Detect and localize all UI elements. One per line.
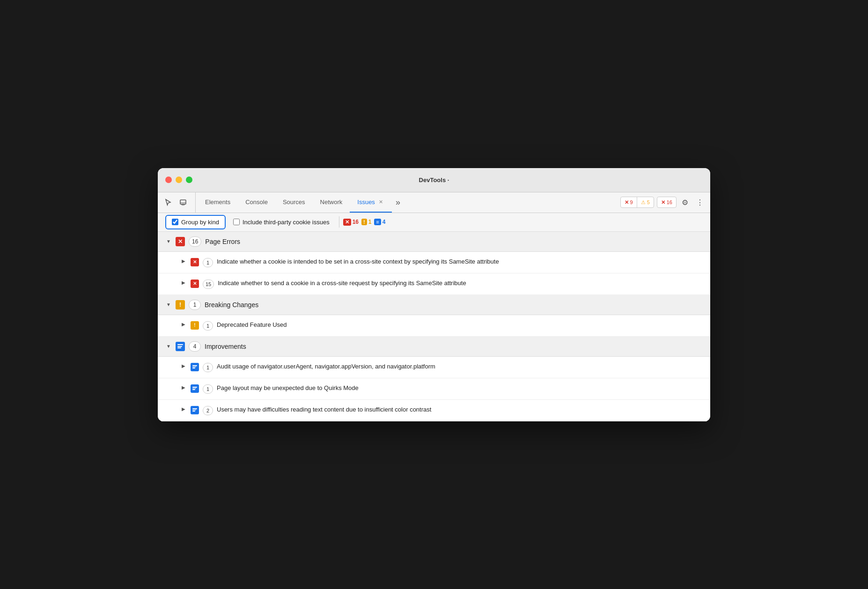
issues-list: ▼✕16Page Errors▶✕1Indicate whether a coo…: [158, 232, 710, 421]
tab-elements[interactable]: Elements: [198, 192, 238, 213]
issue-issue-1[interactable]: ▶✕1Indicate whether a cookie is intended…: [158, 252, 710, 273]
issue-2-chevron: ▶: [180, 279, 187, 285]
issue-issue-5[interactable]: ▶1Page layout may be unexpected due to Q…: [158, 378, 710, 400]
issue-issue-3[interactable]: ▶!1Deprecated Feature Used: [158, 315, 710, 337]
issue-4-icon: [191, 363, 199, 371]
category-improvements[interactable]: ▼4Improvements: [158, 337, 710, 357]
settings-button[interactable]: ⚙: [678, 196, 691, 209]
error-x-icon: ✕: [625, 199, 629, 206]
breaking-changes-icon: !: [176, 300, 185, 309]
issue-5-chevron: ▶: [180, 384, 187, 390]
issue-1-count: 1: [203, 258, 213, 267]
issue-6-chevron: ▶: [180, 405, 187, 412]
tab-actions: ✕ 9 ⚠ 5 ✕ 16 ⚙ ⋮: [620, 192, 707, 213]
devtools-window: DevTools · Elements Console: [158, 168, 710, 421]
maximize-button[interactable]: [186, 177, 192, 183]
page-errors-title: Page Errors: [205, 238, 240, 245]
tab-console[interactable]: Console: [238, 192, 275, 213]
close-button[interactable]: [165, 177, 172, 183]
page-errors-chevron: ▼: [165, 239, 172, 244]
improvements-icon: [176, 342, 185, 351]
issue-4-text: Audit usage of navigator.userAgent, navi…: [217, 362, 435, 371]
group-by-kind-control[interactable]: Group by kind: [165, 215, 226, 229]
error-warning-badge: ✕ 9 ⚠ 5: [620, 197, 654, 208]
tab-bar: Elements Console Sources Network Issues …: [158, 192, 710, 213]
header-error-badge: ✕ 9: [621, 197, 637, 207]
toolbar-warning-badge: ! 1: [361, 219, 371, 225]
issue-5-count: 1: [203, 384, 213, 394]
page-errors-count: 16: [189, 236, 201, 247]
improvements-title: Improvements: [205, 343, 246, 350]
third-party-checkbox[interactable]: [233, 219, 240, 225]
breaking-changes-count: 1: [189, 300, 201, 310]
issue-2-count: 15: [203, 280, 214, 289]
toolbar-info-badge: ≡ 4: [374, 219, 385, 225]
tab-tools: [162, 192, 196, 213]
third-party-label[interactable]: Include third-party cookie issues: [243, 219, 330, 226]
cursor-tool[interactable]: [162, 196, 175, 209]
tabs: Elements Console Sources Network Issues …: [198, 192, 620, 213]
issue-6-icon: [191, 406, 199, 414]
svg-rect-1: [182, 204, 184, 205]
category-page-errors[interactable]: ▼✕16Page Errors: [158, 232, 710, 252]
breaking-changes-chevron: ▼: [165, 302, 172, 307]
tab-issues-close[interactable]: ✕: [378, 199, 384, 205]
toolbar-info-icon: ≡: [374, 219, 381, 225]
breaking-changes-title: Breaking Changes: [205, 301, 258, 309]
issue-4-count: 1: [203, 363, 213, 372]
tab-issues[interactable]: Issues ✕: [350, 192, 392, 213]
issue-5-text: Page layout may be unexpected due to Qui…: [217, 384, 359, 392]
header-warning-badge: ⚠ 5: [637, 197, 654, 207]
warning-triangle-icon: ⚠: [641, 199, 646, 206]
issue-1-icon: ✕: [191, 258, 199, 266]
device-tool[interactable]: [177, 196, 190, 209]
improvements-chevron: ▼: [165, 344, 172, 349]
issue-5-icon: [191, 384, 199, 393]
issue-3-icon: !: [191, 321, 199, 330]
toolbar-badges: ✕ 16 ! 1 ≡ 4: [343, 219, 386, 226]
issue-3-text: Deprecated Feature Used: [217, 321, 287, 329]
page-errors-icon: ✕: [176, 237, 185, 246]
category-breaking-changes[interactable]: ▼!1Breaking Changes: [158, 295, 710, 315]
title-bar: DevTools ·: [158, 168, 710, 192]
issue-issue-2[interactable]: ▶✕15Indicate whether to send a cookie in…: [158, 273, 710, 295]
group-by-kind-checkbox[interactable]: [172, 219, 178, 225]
issue-3-count: 1: [203, 321, 213, 331]
more-options-button[interactable]: ⋮: [693, 196, 706, 209]
issue-issue-6[interactable]: ▶2Users may have difficulties reading te…: [158, 400, 710, 421]
error-count-badge: ✕ 16: [657, 197, 677, 208]
issue-1-chevron: ▶: [180, 258, 187, 264]
issue-issue-4[interactable]: ▶1Audit usage of navigator.userAgent, na…: [158, 357, 710, 378]
window-title: DevTools ·: [419, 177, 449, 184]
toolbar-error-icon: ✕: [343, 219, 351, 226]
issue-2-text: Indicate whether to send a cookie in a c…: [218, 279, 466, 287]
tab-sources[interactable]: Sources: [275, 192, 313, 213]
toolbar-error-badge: ✕ 16: [343, 219, 359, 226]
toolbar-warning-icon: !: [361, 219, 367, 225]
svg-rect-0: [180, 200, 186, 204]
tab-network[interactable]: Network: [313, 192, 350, 213]
combined-error-icon: ✕ 16: [657, 197, 676, 207]
third-party-control[interactable]: Include third-party cookie issues: [226, 219, 337, 226]
minimize-button[interactable]: [176, 177, 182, 183]
improvements-count: 4: [189, 341, 201, 352]
tab-more-button[interactable]: »: [392, 192, 404, 213]
issue-2-icon: ✕: [191, 280, 199, 288]
window-controls: [165, 177, 192, 183]
group-by-kind-label[interactable]: Group by kind: [181, 219, 219, 226]
issue-6-text: Users may have difficulties reading text…: [217, 405, 431, 414]
toolbar-divider: [339, 216, 339, 228]
issue-6-count: 2: [203, 406, 213, 415]
issue-3-chevron: ▶: [180, 321, 187, 327]
issues-toolbar: Group by kind Include third-party cookie…: [158, 213, 710, 232]
issue-4-chevron: ▶: [180, 362, 187, 368]
issue-1-text: Indicate whether a cookie is intended to…: [217, 258, 499, 266]
